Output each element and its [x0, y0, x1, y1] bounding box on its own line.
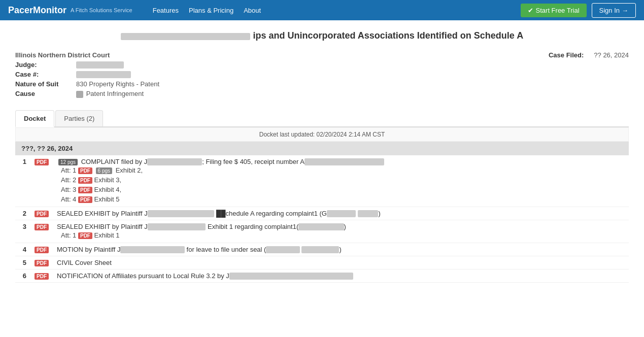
blurred: █ ███ ████████ — [148, 223, 206, 230]
attachment-row: Att: 4 PDF Exhibit 5 — [57, 194, 625, 204]
pdf-button[interactable]: PDF — [35, 159, 49, 165]
brand-name: PacerMonitor — [8, 5, 66, 16]
table-row: 3 PDF SEALED EXHIBIT by Plaintiff J█ ███… — [15, 220, 629, 243]
case-num-label: Case #: — [15, 71, 76, 78]
entry-num: 6 — [15, 269, 30, 282]
nav-about[interactable]: About — [244, 7, 261, 14]
entry-num: 3 — [15, 220, 30, 243]
blurred: ██ ███ █████████ — [148, 210, 215, 217]
navbar: PacerMonitor A Fitch Solutions Service F… — [0, 0, 644, 20]
blurred: ████████ — [301, 246, 339, 253]
pdf-button[interactable]: PDF — [35, 247, 49, 253]
entry-content: 12 pgs COMPLAINT filed by J████████████;… — [53, 155, 629, 207]
entry-content: CIVIL Cover Sheet — [53, 256, 629, 269]
nature-label: Nature of Suit — [15, 80, 76, 88]
att-pdf-button[interactable]: PDF — [78, 167, 92, 174]
blurred: G██████ — [266, 246, 299, 253]
case-filed-row: Case Filed: ?? 26, 2024 — [332, 51, 629, 59]
att-pages: 6 pgs — [96, 167, 112, 174]
judge-label: Judge: — [15, 61, 76, 69]
entry-num: 4 — [15, 243, 30, 256]
att-pdf-button[interactable]: PDF — [78, 177, 92, 184]
entry-content: NOTIFICATION of Affiliates pursuant to L… — [53, 269, 629, 282]
table-row: 4 PDF MOTION by Plaintiff J██ ████ ████ … — [15, 243, 629, 256]
signin-button[interactable]: Sign In — [592, 3, 636, 18]
title-visible: ips and Unincorporated Associations Iden… — [253, 30, 523, 41]
checkmark-icon — [528, 7, 533, 14]
filed-label: Case Filed: — [523, 51, 584, 59]
court-row: Illinois Northern District Court — [15, 51, 312, 59]
cause-row: Cause Patent Infringement — [15, 90, 312, 98]
att-pdf-button[interactable]: PDF — [78, 232, 92, 239]
docket-table: 1 PDF 12 pgs COMPLAINT filed by J███████… — [15, 155, 629, 283]
nav-links: Features Plans & Pricing About — [153, 7, 261, 14]
blurred: ██ ███ ████████████ — [304, 158, 384, 165]
filed-value: ?? 26, 2024 — [594, 51, 629, 59]
pdf-cell: PDF — [30, 155, 53, 207]
pdf-cell: PDF — [30, 220, 53, 243]
pdf-cell: PDF — [30, 269, 53, 282]
docket-status: Docket last updated: 02/20/2024 2:14 AM … — [15, 127, 629, 142]
brand: PacerMonitor A Fitch Solutions Service — [8, 5, 132, 16]
att-pdf-button[interactable]: PDF — [78, 187, 92, 193]
judge-value: ████ ██████ — [76, 61, 124, 69]
pdf-button[interactable]: PDF — [35, 260, 49, 266]
blurred: ██ ████ ████ ███ — [120, 246, 185, 253]
pdf-button[interactable]: PDF — [35, 224, 49, 230]
blurred: ██████ — [327, 210, 356, 217]
nav-pricing[interactable]: Plans & Pricing — [189, 7, 233, 14]
entry-content: SEALED EXHIBIT by Plaintiff J█ ███ █████… — [53, 220, 629, 243]
blurred: ████████████ — [147, 158, 202, 165]
pages-badge: 12 pgs — [58, 159, 78, 165]
page-content: █████ ███ ████ █. ███ ███████████ ips an… — [0, 20, 644, 293]
arrow-icon — [622, 7, 628, 14]
navbar-actions: Start Free Trial Sign In — [521, 3, 636, 18]
table-row: 6 PDF NOTIFICATION of Affiliates pursuan… — [15, 269, 629, 282]
tab-docket[interactable]: Docket — [15, 110, 54, 127]
tab-parties[interactable]: Parties (2) — [55, 110, 103, 126]
redacted-box — [76, 91, 83, 98]
nature-value: 830 Property Rights - Patent — [76, 80, 159, 88]
brand-sub: A Fitch Solutions Service — [71, 7, 132, 13]
title-blurred: █████ ███ ████ █. ███ ███████████ — [121, 33, 251, 40]
nav-features[interactable]: Features — [153, 7, 179, 14]
entry-content: MOTION by Plaintiff J██ ████ ████ ███ fo… — [53, 243, 629, 256]
attachment-row: Att: 1 PDF Exhibit 1 — [57, 230, 625, 240]
case-title: █████ ███ ████ █. ███ ███████████ ips an… — [15, 30, 629, 41]
case-meta-right: Case Filed: ?? 26, 2024 — [332, 51, 629, 100]
court-value: Illinois Northern District Court — [15, 51, 110, 59]
case-meta-left: Illinois Northern District Court Judge: … — [15, 51, 312, 100]
date-group-header: ???, ?? 26, 2024 — [15, 142, 629, 155]
pdf-button[interactable]: PDF — [35, 273, 49, 280]
blurred: C██ ██ ████ — [298, 223, 344, 230]
case-meta: Illinois Northern District Court Judge: … — [15, 51, 629, 100]
pdf-button[interactable]: PDF — [35, 211, 49, 217]
table-row: 5 PDF CIVIL Cover Sheet — [15, 256, 629, 269]
blurred: ████ ████ A██████████ ████████ — [229, 273, 353, 280]
tabs: Docket Parties (2) — [15, 110, 629, 127]
blurred: ███in — [358, 210, 379, 217]
table-row: 2 PDF SEALED EXHIBIT by Plaintiff J██ ██… — [15, 207, 629, 220]
pdf-cell: PDF — [30, 243, 53, 256]
entry-num: 1 — [15, 155, 30, 207]
entry-content: SEALED EXHIBIT by Plaintiff J██ ███ ████… — [53, 207, 629, 220]
attachment-row: Att: 2 PDF Exhibit 3, — [57, 175, 625, 185]
entry-num: 5 — [15, 256, 30, 269]
case-num-value: ████████████ — [76, 71, 131, 78]
case-num-row: Case #: ████████████ — [15, 71, 312, 78]
cause-value: Patent Infringement — [76, 90, 144, 98]
table-row: 1 PDF 12 pgs COMPLAINT filed by J███████… — [15, 155, 629, 207]
entry-num: 2 — [15, 207, 30, 220]
cause-label: Cause — [15, 90, 76, 97]
pdf-cell: PDF — [30, 207, 53, 220]
att-pdf-button[interactable]: PDF — [78, 196, 92, 203]
pdf-cell: PDF — [30, 256, 53, 269]
judge-row: Judge: ████ ██████ — [15, 61, 312, 69]
attachment-row: Att: 1 PDF 6 pgs Exhibit 2, — [57, 165, 625, 175]
attachment-row: Att: 3 PDF Exhibit 4, — [57, 185, 625, 194]
nature-row: Nature of Suit 830 Property Rights - Pat… — [15, 80, 312, 88]
start-trial-button[interactable]: Start Free Trial — [521, 4, 587, 17]
